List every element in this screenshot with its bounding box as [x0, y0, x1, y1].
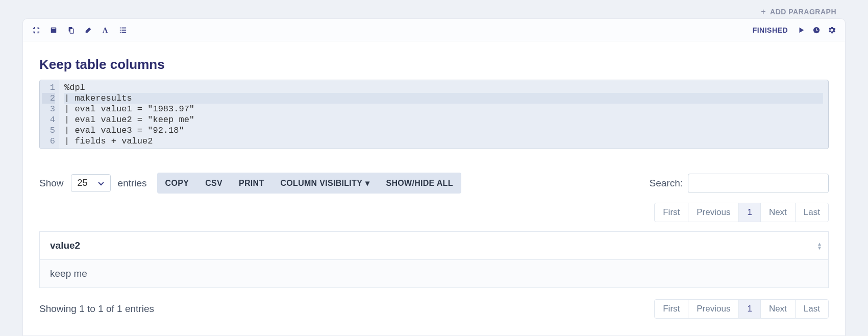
add-paragraph-button[interactable]: + ADD PARAGRAPH [761, 7, 836, 16]
pagination-bottom: First Previous 1 Next Last [654, 299, 829, 319]
pg-1-b[interactable]: 1 [738, 299, 760, 319]
table-actions: COPY CSV PRINT COLUMN VISIBILITY ▾ SHOW/… [157, 173, 461, 194]
font-icon[interactable]: A [102, 26, 110, 34]
pg-next[interactable]: Next [760, 203, 796, 222]
book-icon[interactable] [49, 26, 58, 34]
pg-previous[interactable]: Previous [688, 203, 739, 222]
pg-first[interactable]: First [654, 203, 688, 222]
svg-rect-1 [52, 28, 56, 29]
table-row: keep me [40, 260, 829, 288]
add-paragraph-label: ADD PARAGRAPH [770, 8, 836, 16]
gear-icon[interactable] [828, 26, 836, 34]
fullscreen-exit-icon[interactable] [32, 26, 40, 34]
csv-button[interactable]: CSV [197, 173, 231, 194]
notebook-cell: A FINISHED Keep table columns 123456 [22, 18, 846, 336]
svg-rect-8 [121, 30, 126, 31]
search-input[interactable] [688, 174, 829, 193]
chevron-down-icon [98, 179, 104, 188]
print-button[interactable]: PRINT [231, 173, 272, 194]
entries-label: entries [118, 178, 147, 189]
search-label: Search: [650, 178, 683, 189]
caret-down-icon: ▾ [365, 178, 369, 188]
plus-icon: + [761, 7, 766, 16]
pg-last[interactable]: Last [795, 203, 829, 222]
cell-value2: keep me [40, 260, 829, 288]
pg-next-b[interactable]: Next [760, 299, 796, 319]
svg-rect-9 [120, 32, 121, 33]
svg-rect-3 [70, 29, 73, 33]
cell-toolbar: A FINISHED [23, 19, 845, 41]
svg-rect-10 [121, 32, 126, 33]
svg-rect-5 [120, 27, 121, 28]
results-table: value2 ▲▼ keep me [39, 231, 829, 288]
pg-1[interactable]: 1 [738, 203, 760, 222]
cell-title: Keep table columns [39, 57, 829, 73]
show-label: Show [39, 178, 64, 189]
sort-icon: ▲▼ [817, 242, 822, 250]
code-content[interactable]: %dpl | makeresults | eval value1 = "1983… [59, 80, 828, 149]
pg-last-b[interactable]: Last [795, 299, 829, 319]
svg-rect-6 [121, 27, 126, 28]
eraser-icon[interactable] [84, 26, 92, 34]
page-size-select[interactable]: 25 [71, 174, 111, 192]
col-header-value2[interactable]: value2 ▲▼ [40, 232, 829, 260]
table-header-row: value2 ▲▼ [40, 232, 829, 260]
copy-icon[interactable] [67, 26, 75, 34]
line-gutter: 123456 [40, 80, 59, 149]
svg-rect-0 [51, 27, 57, 33]
column-visibility-button[interactable]: COLUMN VISIBILITY ▾ [272, 173, 378, 194]
show-hide-all-button[interactable]: SHOW/HIDE ALL [378, 173, 461, 194]
showing-text: Showing 1 to 1 of 1 entries [39, 303, 154, 315]
list-icon[interactable] [119, 26, 127, 34]
clock-icon[interactable] [812, 26, 821, 34]
svg-rect-7 [120, 30, 121, 31]
code-editor[interactable]: 123456 %dpl | makeresults | eval value1 … [39, 80, 829, 149]
cell-status: FINISHED [753, 26, 788, 34]
pg-previous-b[interactable]: Previous [688, 299, 739, 319]
page-size-value: 25 [78, 178, 88, 188]
play-icon[interactable] [797, 26, 805, 34]
svg-text:A: A [103, 27, 108, 34]
pg-first-b[interactable]: First [654, 299, 688, 319]
pagination-top: First Previous 1 Next Last [39, 203, 829, 222]
copy-button[interactable]: COPY [157, 173, 197, 194]
